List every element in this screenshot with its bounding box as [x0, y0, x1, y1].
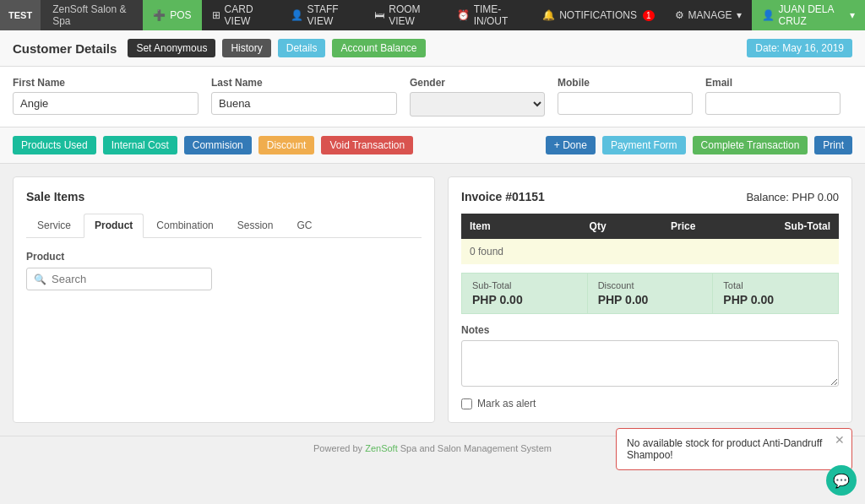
bell-icon: 🔔 — [542, 9, 555, 21]
gender-select[interactable]: Male Female — [410, 92, 545, 117]
subtotal-cell: Sub-Total PHP 0.00 — [462, 274, 588, 313]
totals-row: Sub-Total PHP 0.00 Discount PHP 0.00 Tot… — [461, 273, 839, 314]
set-anonymous-button[interactable]: Set Anonymous — [128, 39, 215, 57]
customer-form: First Name Last Name Gender Male Female … — [0, 67, 865, 127]
tab-session[interactable]: Session — [226, 214, 285, 237]
mobile-label: Mobile — [558, 77, 693, 89]
nav-manage[interactable]: ⚙ MANAGE ▾ — [665, 0, 752, 30]
tab-gc[interactable]: GC — [286, 214, 323, 237]
search-icon: 🔍 — [34, 274, 46, 285]
done-button[interactable]: + Done — [546, 136, 596, 154]
mark-as-alert-row: Mark as alert — [461, 398, 839, 409]
complete-transaction-button[interactable]: Complete Transaction — [693, 136, 808, 154]
date-badge: Date: May 16, 2019 — [747, 39, 852, 57]
last-name-group: Last Name — [211, 77, 397, 117]
details-button[interactable]: Details — [278, 39, 326, 57]
product-label: Product — [26, 251, 422, 263]
gear-icon: ⚙ — [675, 9, 684, 21]
col-qty: Qty — [542, 214, 615, 239]
brand-name: ZenSoft Salon & Spa — [41, 0, 143, 30]
total-cell: Total PHP 0.00 — [713, 274, 838, 313]
search-box: 🔍 — [26, 268, 212, 290]
mark-as-alert-checkbox[interactable] — [461, 398, 472, 409]
payment-form-button[interactable]: Payment Form — [602, 136, 686, 154]
invoice-panel: Invoice #01151 Balance: PHP 0.00 Item Qt… — [448, 176, 852, 423]
invoice-title: Invoice #01151 — [461, 190, 545, 203]
test-label: TEST — [0, 0, 41, 30]
products-used-button[interactable]: Products Used — [13, 136, 96, 154]
user-icon: 👤 — [762, 9, 775, 21]
gender-label: Gender — [410, 77, 545, 89]
col-item: Item — [461, 214, 542, 239]
notes-textarea[interactable] — [461, 340, 839, 387]
sale-items-title: Sale Items — [26, 190, 422, 203]
pos-icon: ➕ — [153, 9, 166, 21]
time-icon: ⏰ — [457, 9, 470, 21]
action-buttons-row: Products Used Internal Cost Commision Di… — [0, 127, 865, 164]
email-group: Email — [705, 77, 841, 117]
tab-service[interactable]: Service — [26, 214, 82, 237]
col-price: Price — [615, 214, 705, 239]
right-action-group: + Done Payment Form Complete Transaction… — [546, 136, 852, 154]
nav-room-view[interactable]: 🛏 ROOM VIEW — [364, 0, 446, 30]
subtotal-label: Sub-Total — [472, 280, 577, 290]
notes-section: Notes — [461, 324, 839, 389]
invoice-table: Item Qty Price Sub-Total 0 found — [461, 214, 839, 264]
invoice-header: Invoice #01151 Balance: PHP 0.00 — [461, 190, 839, 203]
mark-as-alert-label: Mark as alert — [477, 398, 536, 409]
total-value: PHP 0.00 — [723, 293, 828, 306]
print-button[interactable]: Print — [814, 136, 852, 154]
history-button[interactable]: History — [222, 39, 270, 57]
nav-user[interactable]: 👤 JUAN DELA CRUZ ▾ — [752, 0, 865, 30]
first-name-group: First Name — [13, 77, 199, 117]
account-balance-button[interactable]: Account Balance — [332, 39, 425, 57]
discount-button[interactable]: Discount — [258, 136, 315, 154]
top-navigation: TEST ZenSoft Salon & Spa ➕ POS ⊞ CARD VI… — [0, 0, 865, 30]
tab-combination[interactable]: Combination — [145, 214, 224, 237]
footer-text-before: Powered by — [313, 443, 365, 453]
total-label: Total — [723, 280, 828, 290]
main-content: Sale Items Service Product Combination S… — [0, 164, 865, 436]
nav-card-view[interactable]: ⊞ CARD VIEW — [202, 0, 280, 30]
last-name-label: Last Name — [211, 77, 397, 89]
void-transaction-button[interactable]: Void Transaction — [321, 136, 413, 154]
card-view-icon: ⊞ — [212, 9, 220, 21]
commission-button[interactable]: Commision — [184, 136, 252, 154]
col-subtotal: Sub-Total — [704, 214, 839, 239]
alert-message: No available stock for product Anti-Dand… — [627, 437, 822, 460]
gender-group: Gender Male Female — [410, 77, 545, 117]
close-alert-button[interactable]: ✕ — [835, 433, 845, 447]
notes-label: Notes — [461, 324, 839, 336]
discount-cell: Discount PHP 0.00 — [588, 274, 714, 313]
tab-product[interactable]: Product — [84, 214, 144, 238]
search-input[interactable] — [52, 273, 204, 285]
customer-header: Customer Details Set Anonymous History D… — [0, 30, 865, 67]
staff-view-icon: 👤 — [291, 9, 303, 21]
invoice-balance: Balance: PHP 0.00 — [746, 191, 839, 203]
footer-text-after: Spa and Salon Management System — [398, 443, 552, 453]
footer-brand: ZenSoft — [365, 443, 398, 453]
nav-notifications[interactable]: 🔔 NOTIFICATIONS 1 — [532, 0, 664, 30]
room-view-icon: 🛏 — [374, 9, 384, 21]
manage-chevron-icon: ▾ — [737, 9, 742, 21]
empty-message: 0 found — [461, 239, 839, 264]
first-name-label: First Name — [13, 77, 199, 89]
sale-items-panel: Sale Items Service Product Combination S… — [13, 176, 435, 423]
discount-value: PHP 0.00 — [598, 293, 703, 306]
nav-staff-view[interactable]: 👤 STAFF VIEW — [280, 0, 365, 30]
notification-badge: 1 — [643, 10, 655, 21]
nav-pos[interactable]: ➕ POS — [143, 0, 201, 30]
mobile-input[interactable] — [558, 92, 693, 115]
mobile-group: Mobile — [558, 77, 693, 117]
user-chevron-icon: ▾ — [850, 9, 855, 21]
table-row-empty: 0 found — [461, 239, 839, 264]
internal-cost-button[interactable]: Internal Cost — [103, 136, 177, 154]
email-input[interactable] — [705, 92, 841, 115]
customer-details-title: Customer Details — [13, 41, 117, 56]
nav-time-in-out[interactable]: ⏰ TIME-IN/OUT — [447, 0, 533, 30]
first-name-input[interactable] — [13, 92, 199, 115]
discount-label: Discount — [598, 280, 703, 290]
sale-items-tabs: Service Product Combination Session GC — [26, 214, 422, 238]
subtotal-value: PHP 0.00 — [472, 293, 577, 306]
last-name-input[interactable] — [211, 92, 397, 115]
